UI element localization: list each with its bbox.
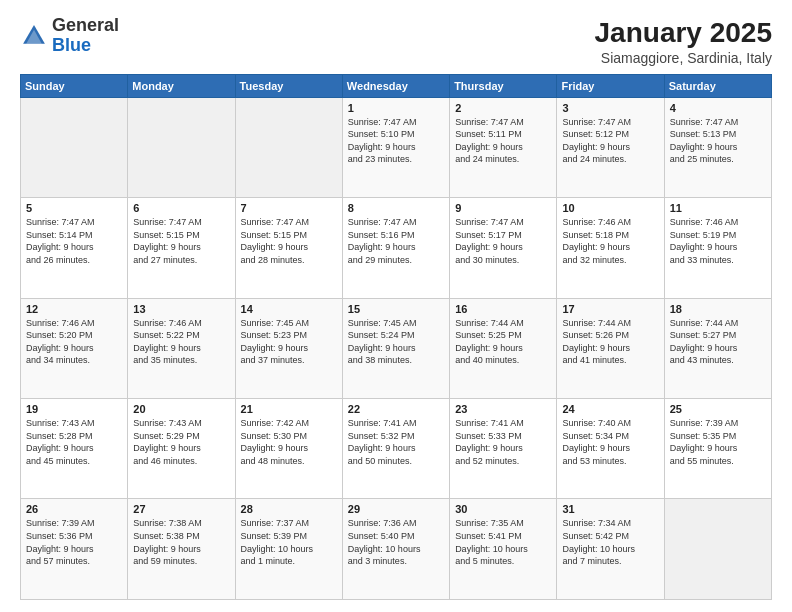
day-info: Sunrise: 7:43 AM Sunset: 5:28 PM Dayligh… — [26, 417, 122, 467]
day-number: 19 — [26, 403, 122, 415]
day-number: 7 — [241, 202, 337, 214]
day-info: Sunrise: 7:41 AM Sunset: 5:33 PM Dayligh… — [455, 417, 551, 467]
day-info: Sunrise: 7:39 AM Sunset: 5:36 PM Dayligh… — [26, 517, 122, 567]
day-info: Sunrise: 7:45 AM Sunset: 5:23 PM Dayligh… — [241, 317, 337, 367]
day-number: 20 — [133, 403, 229, 415]
day-info: Sunrise: 7:47 AM Sunset: 5:11 PM Dayligh… — [455, 116, 551, 166]
day-number: 12 — [26, 303, 122, 315]
day-info: Sunrise: 7:46 AM Sunset: 5:18 PM Dayligh… — [562, 216, 658, 266]
day-number: 11 — [670, 202, 766, 214]
table-row: 13Sunrise: 7:46 AM Sunset: 5:22 PM Dayli… — [128, 298, 235, 398]
day-number: 9 — [455, 202, 551, 214]
calendar-week-row: 5Sunrise: 7:47 AM Sunset: 5:14 PM Daylig… — [21, 198, 772, 298]
table-row: 24Sunrise: 7:40 AM Sunset: 5:34 PM Dayli… — [557, 399, 664, 499]
day-number: 21 — [241, 403, 337, 415]
day-info: Sunrise: 7:39 AM Sunset: 5:35 PM Dayligh… — [670, 417, 766, 467]
table-row: 20Sunrise: 7:43 AM Sunset: 5:29 PM Dayli… — [128, 399, 235, 499]
title-block: January 2025 Siamaggiore, Sardinia, Ital… — [595, 16, 772, 66]
day-info: Sunrise: 7:34 AM Sunset: 5:42 PM Dayligh… — [562, 517, 658, 567]
day-info: Sunrise: 7:47 AM Sunset: 5:16 PM Dayligh… — [348, 216, 444, 266]
day-info: Sunrise: 7:41 AM Sunset: 5:32 PM Dayligh… — [348, 417, 444, 467]
day-info: Sunrise: 7:37 AM Sunset: 5:39 PM Dayligh… — [241, 517, 337, 567]
logo-general-text: General — [52, 15, 119, 35]
calendar-week-row: 1Sunrise: 7:47 AM Sunset: 5:10 PM Daylig… — [21, 97, 772, 197]
weekday-header-row: Sunday Monday Tuesday Wednesday Thursday… — [21, 74, 772, 97]
table-row: 18Sunrise: 7:44 AM Sunset: 5:27 PM Dayli… — [664, 298, 771, 398]
table-row: 21Sunrise: 7:42 AM Sunset: 5:30 PM Dayli… — [235, 399, 342, 499]
day-number: 8 — [348, 202, 444, 214]
table-row — [21, 97, 128, 197]
day-number: 30 — [455, 503, 551, 515]
table-row: 1Sunrise: 7:47 AM Sunset: 5:10 PM Daylig… — [342, 97, 449, 197]
header-saturday: Saturday — [664, 74, 771, 97]
table-row: 6Sunrise: 7:47 AM Sunset: 5:15 PM Daylig… — [128, 198, 235, 298]
calendar-week-row: 19Sunrise: 7:43 AM Sunset: 5:28 PM Dayli… — [21, 399, 772, 499]
table-row: 3Sunrise: 7:47 AM Sunset: 5:12 PM Daylig… — [557, 97, 664, 197]
day-info: Sunrise: 7:47 AM Sunset: 5:15 PM Dayligh… — [133, 216, 229, 266]
logo-blue-text: Blue — [52, 35, 91, 55]
day-number: 27 — [133, 503, 229, 515]
table-row: 7Sunrise: 7:47 AM Sunset: 5:15 PM Daylig… — [235, 198, 342, 298]
day-number: 1 — [348, 102, 444, 114]
day-number: 14 — [241, 303, 337, 315]
table-row: 31Sunrise: 7:34 AM Sunset: 5:42 PM Dayli… — [557, 499, 664, 600]
table-row: 10Sunrise: 7:46 AM Sunset: 5:18 PM Dayli… — [557, 198, 664, 298]
table-row: 12Sunrise: 7:46 AM Sunset: 5:20 PM Dayli… — [21, 298, 128, 398]
day-info: Sunrise: 7:43 AM Sunset: 5:29 PM Dayligh… — [133, 417, 229, 467]
day-number: 16 — [455, 303, 551, 315]
table-row: 15Sunrise: 7:45 AM Sunset: 5:24 PM Dayli… — [342, 298, 449, 398]
calendar-title: January 2025 — [595, 16, 772, 50]
day-info: Sunrise: 7:47 AM Sunset: 5:17 PM Dayligh… — [455, 216, 551, 266]
table-row: 4Sunrise: 7:47 AM Sunset: 5:13 PM Daylig… — [664, 97, 771, 197]
table-row: 9Sunrise: 7:47 AM Sunset: 5:17 PM Daylig… — [450, 198, 557, 298]
day-info: Sunrise: 7:36 AM Sunset: 5:40 PM Dayligh… — [348, 517, 444, 567]
header-monday: Monday — [128, 74, 235, 97]
day-info: Sunrise: 7:46 AM Sunset: 5:22 PM Dayligh… — [133, 317, 229, 367]
day-info: Sunrise: 7:47 AM Sunset: 5:14 PM Dayligh… — [26, 216, 122, 266]
day-info: Sunrise: 7:46 AM Sunset: 5:20 PM Dayligh… — [26, 317, 122, 367]
day-info: Sunrise: 7:47 AM Sunset: 5:10 PM Dayligh… — [348, 116, 444, 166]
table-row: 11Sunrise: 7:46 AM Sunset: 5:19 PM Dayli… — [664, 198, 771, 298]
day-info: Sunrise: 7:47 AM Sunset: 5:13 PM Dayligh… — [670, 116, 766, 166]
day-number: 6 — [133, 202, 229, 214]
table-row: 29Sunrise: 7:36 AM Sunset: 5:40 PM Dayli… — [342, 499, 449, 600]
table-row: 23Sunrise: 7:41 AM Sunset: 5:33 PM Dayli… — [450, 399, 557, 499]
day-number: 25 — [670, 403, 766, 415]
table-row: 5Sunrise: 7:47 AM Sunset: 5:14 PM Daylig… — [21, 198, 128, 298]
day-info: Sunrise: 7:45 AM Sunset: 5:24 PM Dayligh… — [348, 317, 444, 367]
table-row — [235, 97, 342, 197]
table-row: 26Sunrise: 7:39 AM Sunset: 5:36 PM Dayli… — [21, 499, 128, 600]
day-number: 22 — [348, 403, 444, 415]
calendar-subtitle: Siamaggiore, Sardinia, Italy — [595, 50, 772, 66]
day-number: 2 — [455, 102, 551, 114]
calendar-table: Sunday Monday Tuesday Wednesday Thursday… — [20, 74, 772, 600]
header-tuesday: Tuesday — [235, 74, 342, 97]
day-number: 28 — [241, 503, 337, 515]
page: General Blue January 2025 Siamaggiore, S… — [0, 0, 792, 612]
calendar-week-row: 12Sunrise: 7:46 AM Sunset: 5:20 PM Dayli… — [21, 298, 772, 398]
logo-text: General Blue — [52, 16, 119, 56]
day-number: 4 — [670, 102, 766, 114]
table-row: 25Sunrise: 7:39 AM Sunset: 5:35 PM Dayli… — [664, 399, 771, 499]
day-number: 23 — [455, 403, 551, 415]
day-info: Sunrise: 7:46 AM Sunset: 5:19 PM Dayligh… — [670, 216, 766, 266]
day-info: Sunrise: 7:38 AM Sunset: 5:38 PM Dayligh… — [133, 517, 229, 567]
logo-icon — [20, 22, 48, 50]
day-number: 17 — [562, 303, 658, 315]
table-row: 19Sunrise: 7:43 AM Sunset: 5:28 PM Dayli… — [21, 399, 128, 499]
day-number: 29 — [348, 503, 444, 515]
day-number: 15 — [348, 303, 444, 315]
header-sunday: Sunday — [21, 74, 128, 97]
table-row: 30Sunrise: 7:35 AM Sunset: 5:41 PM Dayli… — [450, 499, 557, 600]
day-number: 10 — [562, 202, 658, 214]
table-row: 16Sunrise: 7:44 AM Sunset: 5:25 PM Dayli… — [450, 298, 557, 398]
day-info: Sunrise: 7:42 AM Sunset: 5:30 PM Dayligh… — [241, 417, 337, 467]
day-number: 18 — [670, 303, 766, 315]
day-number: 5 — [26, 202, 122, 214]
logo: General Blue — [20, 16, 119, 56]
table-row: 14Sunrise: 7:45 AM Sunset: 5:23 PM Dayli… — [235, 298, 342, 398]
day-number: 13 — [133, 303, 229, 315]
day-info: Sunrise: 7:44 AM Sunset: 5:27 PM Dayligh… — [670, 317, 766, 367]
day-number: 3 — [562, 102, 658, 114]
day-number: 24 — [562, 403, 658, 415]
